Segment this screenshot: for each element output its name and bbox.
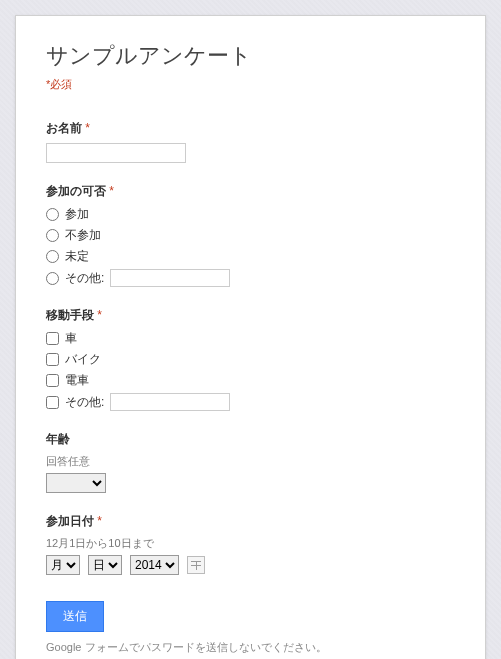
name-input[interactable] <box>46 143 186 163</box>
question-name: お名前 * <box>46 120 455 163</box>
transport-other-input[interactable] <box>110 393 230 411</box>
question-desc: 回答任意 <box>46 454 455 469</box>
option-label: 参加 <box>65 206 89 223</box>
label-text: お名前 <box>46 121 82 135</box>
question-age: 年齢 回答任意 <box>46 431 455 493</box>
day-select[interactable]: 日 <box>88 555 122 575</box>
required-asterisk: * <box>85 121 90 135</box>
question-attendance: 参加の可否 * 参加 不参加 未定 その他: <box>46 183 455 287</box>
radio-row: 参加 <box>46 206 455 223</box>
date-row: 月 日 2014 <box>46 555 455 575</box>
required-asterisk: * <box>97 514 102 528</box>
option-label: 車 <box>65 330 77 347</box>
question-transport: 移動手段 * 車 バイク 電車 その他: <box>46 307 455 411</box>
question-label: 年齢 <box>46 431 455 448</box>
age-select[interactable] <box>46 473 106 493</box>
question-label: 参加日付 * <box>46 513 455 530</box>
option-label: 電車 <box>65 372 89 389</box>
question-label: 移動手段 * <box>46 307 455 324</box>
option-label: その他: <box>65 394 104 411</box>
required-note: *必須 <box>46 77 455 92</box>
radio-row-other: その他: <box>46 269 455 287</box>
option-label: 未定 <box>65 248 89 265</box>
checkbox-row: 車 <box>46 330 455 347</box>
question-label: お名前 * <box>46 120 455 137</box>
password-warning: Google フォームでパスワードを送信しないでください。 <box>46 640 455 655</box>
checkbox-car[interactable] <box>46 332 59 345</box>
question-label: 参加の可否 * <box>46 183 455 200</box>
label-text: 参加日付 <box>46 514 94 528</box>
required-asterisk: * <box>97 308 102 322</box>
year-select[interactable]: 2014 <box>130 555 179 575</box>
label-text: 参加の可否 <box>46 184 106 198</box>
checkbox-bike[interactable] <box>46 353 59 366</box>
radio-row: 不参加 <box>46 227 455 244</box>
checkbox-row: 電車 <box>46 372 455 389</box>
attend-other-input[interactable] <box>110 269 230 287</box>
option-label: 不参加 <box>65 227 101 244</box>
label-text: 移動手段 <box>46 308 94 322</box>
radio-attend-other[interactable] <box>46 272 59 285</box>
required-asterisk: * <box>109 184 114 198</box>
option-label: バイク <box>65 351 101 368</box>
checkbox-row-other: その他: <box>46 393 455 411</box>
option-label: その他: <box>65 270 104 287</box>
question-desc: 12月1日から10日まで <box>46 536 455 551</box>
month-select[interactable]: 月 <box>46 555 80 575</box>
submit-button[interactable]: 送信 <box>46 601 104 632</box>
radio-attend-no[interactable] <box>46 229 59 242</box>
checkbox-other[interactable] <box>46 396 59 409</box>
calendar-icon[interactable] <box>187 556 205 574</box>
radio-attend-undecided[interactable] <box>46 250 59 263</box>
checkbox-row: バイク <box>46 351 455 368</box>
radio-attend-yes[interactable] <box>46 208 59 221</box>
form-card: サンプルアンケート *必須 お名前 * 参加の可否 * 参加 不参加 未定 その… <box>15 15 486 659</box>
form-title: サンプルアンケート <box>46 41 455 71</box>
checkbox-train[interactable] <box>46 374 59 387</box>
radio-row: 未定 <box>46 248 455 265</box>
question-date: 参加日付 * 12月1日から10日まで 月 日 2014 <box>46 513 455 575</box>
